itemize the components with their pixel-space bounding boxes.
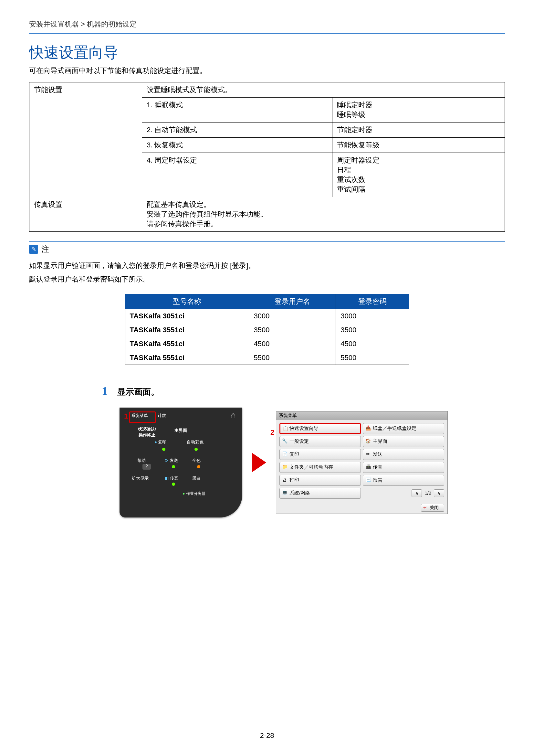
menu-item-fax[interactable]: 📠 传真 bbox=[363, 462, 444, 473]
td: 3500 bbox=[336, 323, 409, 337]
intro-text: 可在向导式画面中对以下节能和传真功能设定进行配置。 bbox=[29, 66, 505, 76]
page-down-button[interactable]: ∨ bbox=[434, 489, 444, 497]
led-icon bbox=[172, 483, 175, 486]
label: 系统/网络 bbox=[290, 490, 310, 496]
help-button[interactable]: 帮助 bbox=[137, 458, 146, 464]
menu-item-docbox[interactable]: 📁 文件夹／可移动内存 bbox=[279, 462, 361, 473]
note-block: ✎ 注 如果显示用户验证画面，请输入您的登录用户名和登录密码并按 [登录]。 默… bbox=[29, 241, 505, 286]
td: 5500 bbox=[249, 351, 336, 364]
label: 一般设定 bbox=[290, 438, 309, 444]
page-title: 快速设置向导 bbox=[29, 43, 505, 63]
td: 5500 bbox=[336, 351, 409, 364]
note-line2: 默认登录用户名和登录密码如下所示。 bbox=[29, 273, 505, 286]
callout-2: 2 bbox=[270, 428, 274, 437]
mainscreen-label: 主界面 bbox=[174, 428, 187, 433]
label: 打印 bbox=[290, 477, 299, 483]
tray-icon: 📥 bbox=[365, 425, 371, 431]
label: 纸盒／手送纸盒设定 bbox=[373, 425, 417, 431]
callout-1: 1 bbox=[124, 412, 128, 420]
step-number: 1 bbox=[102, 384, 108, 398]
system-menu-window: 系统菜单 2 📋 快速设置向导 📥 纸盒／手送纸盒设定 🔧 一般设定 🏠 主界面 bbox=[276, 411, 448, 514]
separator-led-label: ● 作业分离器 bbox=[183, 491, 205, 497]
menu-item-quick-setup[interactable]: 📋 快速设置向导 bbox=[279, 423, 361, 434]
settings-table: 节能设置 设置睡眠模式及节能模式。 1. 睡眠模式 睡眠定时器 睡眠等级 2. … bbox=[29, 82, 505, 232]
status-stop-button[interactable]: 状况确认/ 操作终止 bbox=[133, 426, 162, 438]
led-icon bbox=[172, 465, 175, 468]
fax-icon: 📠 bbox=[365, 464, 371, 470]
label: 传真 bbox=[373, 464, 383, 470]
fax-button[interactable]: ◧ 传真 bbox=[165, 475, 178, 481]
th-user: 登录用户名 bbox=[249, 294, 336, 309]
zoom-button[interactable]: 扩大显示 bbox=[132, 475, 149, 481]
note-label: 注 bbox=[41, 244, 49, 255]
autocolor-button[interactable]: 自动彩色 bbox=[187, 439, 204, 445]
home-icon: 🏠 bbox=[365, 438, 371, 444]
close-button[interactable]: ↵ 关闭 bbox=[421, 504, 444, 512]
cell-r5c2: 4. 周定时器设定 bbox=[142, 153, 332, 197]
cell-fax-desc: 配置基本传真设定。 安装了选购件传真组件时显示本功能。 请参阅传真操作手册。 bbox=[142, 197, 505, 232]
login-table: 型号名称 登录用户名 登录密码 TASKalfa 3051ci 3000 300… bbox=[125, 294, 409, 365]
menu-item-cassette[interactable]: 📥 纸盒／手送纸盒设定 bbox=[363, 423, 444, 434]
cell-fax-title: 传真设置 bbox=[29, 197, 142, 232]
printer-icon: 🖨 bbox=[282, 477, 288, 483]
th-model: 型号名称 bbox=[125, 294, 249, 309]
report-icon: 📃 bbox=[365, 477, 371, 483]
led-icon bbox=[194, 448, 198, 451]
cell-r4c3: 节能恢复等级 bbox=[332, 138, 505, 153]
label: 快速设置向导 bbox=[290, 425, 318, 431]
label: 文件夹／可移动内存 bbox=[290, 464, 333, 470]
note-line1: 如果显示用户验证画面，请输入您的登录用户名和登录密码并按 [登录]。 bbox=[29, 259, 505, 273]
td: 4500 bbox=[336, 337, 409, 351]
close-icon: ↵ bbox=[423, 505, 427, 510]
menu-item-report[interactable]: 📃 报告 bbox=[363, 475, 444, 486]
cell-r5c3: 周定时器设定 日程 重试次数 重试间隔 bbox=[332, 153, 505, 197]
gear-icon: 🔧 bbox=[282, 438, 288, 444]
td: TASKalfa 3051ci bbox=[125, 309, 249, 323]
page-up-button[interactable]: ∧ bbox=[412, 489, 422, 497]
menu-item-common[interactable]: 🔧 一般设定 bbox=[279, 436, 361, 447]
system-menu-button[interactable]: 系统菜单 bbox=[131, 413, 148, 418]
th-pass: 登录密码 bbox=[336, 294, 409, 309]
fullcolor-button[interactable]: 全色 bbox=[192, 458, 201, 464]
menu-item-home[interactable]: 🏠 主界面 bbox=[363, 436, 444, 447]
control-panel-image: 1 系统菜单 计数 ⌂ 状况确认/ 操作终止 主界面 ● 复印 自动彩色 帮助 … bbox=[119, 408, 242, 518]
window-titlebar: 系统菜单 bbox=[276, 412, 447, 420]
bw-button[interactable]: 黑白 bbox=[192, 475, 201, 481]
copy-button[interactable]: ● 复印 bbox=[154, 439, 166, 445]
label: 复印 bbox=[290, 451, 299, 457]
copy-icon: 📄 bbox=[282, 451, 288, 457]
td: TASKalfa 4551ci bbox=[125, 337, 249, 351]
menu-item-system-network[interactable]: 💻 系统/网络 bbox=[279, 488, 361, 499]
page-number: 2-28 bbox=[0, 731, 534, 740]
cell-r2c3: 睡眠定时器 睡眠等级 bbox=[332, 97, 505, 122]
td: 3500 bbox=[249, 323, 336, 337]
label: 主界面 bbox=[373, 438, 387, 444]
menu-item-copy[interactable]: 📄 复印 bbox=[279, 449, 361, 460]
arrow-right-icon bbox=[252, 453, 266, 472]
td: 3000 bbox=[336, 309, 409, 323]
label: 发送 bbox=[373, 451, 383, 457]
td: TASKalfa 5551ci bbox=[125, 351, 249, 364]
led-icon bbox=[197, 465, 200, 468]
page-indicator: 1/2 bbox=[424, 490, 431, 496]
cell-r2c2: 1. 睡眠模式 bbox=[142, 97, 332, 122]
send-button[interactable]: ⟳ 发送 bbox=[165, 458, 178, 464]
td: TASKalfa 3551ci bbox=[125, 323, 249, 337]
question-icon: ? bbox=[142, 464, 151, 470]
label: 报告 bbox=[373, 477, 383, 483]
wizard-icon: 📋 bbox=[282, 426, 288, 431]
send-icon: ➡ bbox=[365, 451, 371, 457]
led-icon bbox=[162, 448, 165, 451]
home-icon[interactable]: ⌂ bbox=[230, 410, 236, 420]
cell-r4c2: 3. 恢复模式 bbox=[142, 138, 332, 153]
menu-item-printer[interactable]: 🖨 打印 bbox=[279, 475, 361, 486]
close-label: 关闭 bbox=[430, 505, 439, 510]
cell-energy-desc: 设置睡眠模式及节能模式。 bbox=[142, 82, 505, 97]
breadcrumb: 安装并设置机器 > 机器的初始设定 bbox=[29, 19, 505, 34]
td: 3000 bbox=[249, 309, 336, 323]
step-title: 显示画面。 bbox=[117, 386, 159, 397]
network-icon: 💻 bbox=[282, 490, 288, 496]
menu-item-send[interactable]: ➡ 发送 bbox=[363, 449, 444, 460]
counter-button[interactable]: 计数 bbox=[158, 413, 166, 418]
folder-icon: 📁 bbox=[282, 464, 288, 470]
